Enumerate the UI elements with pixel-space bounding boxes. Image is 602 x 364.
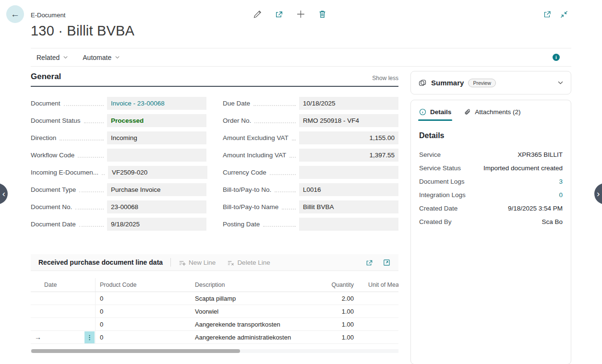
dotted-leader — [60, 140, 104, 141]
dotted-leader — [282, 209, 296, 210]
dotted-leader — [253, 105, 296, 106]
field-label: Incoming E-Documen... — [31, 169, 98, 176]
details-card: Details Attachments (2) Details Service … — [410, 100, 571, 364]
share-icon[interactable] — [365, 258, 373, 267]
share-icon[interactable] — [275, 10, 284, 19]
table-row-selected[interactable]: → ⋮ 0 Aangerekende administratiekosten 1… — [31, 331, 398, 344]
field-label: Currency Code — [223, 169, 266, 176]
breadcrumb: E-Document — [31, 12, 65, 19]
tab-attachments[interactable]: Attachments (2) — [464, 108, 520, 117]
column-header-quantity[interactable]: Quantity — [307, 282, 355, 288]
field-label: Document — [31, 100, 60, 107]
expand-part-icon[interactable] — [383, 258, 391, 267]
horizontal-scrollbar[interactable] — [31, 349, 398, 353]
cell-quantity[interactable]: 1.00 — [307, 321, 355, 328]
cell-product-code[interactable]: 0 — [96, 295, 194, 302]
field-value-document-type[interactable]: Purchase Invoice — [107, 183, 206, 196]
collapse-right-pane-button[interactable]: › — [594, 183, 602, 204]
cell-date[interactable] — [31, 292, 96, 305]
active-row-arrow-icon: → — [35, 333, 41, 341]
new-line-button[interactable]: New Line — [179, 259, 216, 266]
field-label: Amount Including VAT — [223, 152, 286, 159]
field-label: Posting Date — [223, 221, 260, 228]
table-row[interactable]: 0 Voorwiel 1.00 — [31, 305, 398, 318]
show-less-link[interactable]: Show less — [372, 75, 398, 82]
field-value-document-no[interactable]: 23-00068 — [107, 200, 206, 213]
field-value-document-status[interactable]: Processed — [107, 114, 206, 127]
field-value-posting-date[interactable] — [299, 218, 398, 231]
cell-product-code[interactable]: 0 — [96, 321, 194, 328]
new-line-icon — [179, 259, 186, 266]
integration-logs-link[interactable]: 0 — [559, 191, 563, 199]
dotted-leader — [84, 122, 104, 123]
dotted-leader — [275, 191, 296, 192]
open-in-new-window-icon[interactable] — [543, 10, 552, 19]
general-section-heading[interactable]: General — [31, 72, 61, 82]
chevron-down-icon — [115, 55, 120, 60]
divider — [170, 258, 171, 267]
document-logs-link[interactable]: 3 — [559, 178, 563, 185]
cell-description[interactable]: Voorwiel — [194, 308, 307, 315]
table-row[interactable]: 0 Scapta pillamp 2.00 — [31, 292, 398, 305]
cell-quantity[interactable]: 1.00 — [307, 308, 355, 315]
back-button[interactable]: ← — [6, 5, 24, 23]
field-label: Document Status — [31, 117, 81, 124]
chevron-down-icon[interactable] — [557, 80, 564, 86]
cell-date[interactable] — [31, 305, 96, 317]
delete-line-icon — [227, 259, 234, 266]
lines-part-title[interactable]: Received purchase document line data — [38, 258, 163, 266]
dotted-leader — [292, 140, 296, 141]
cell-product-code[interactable]: 0 — [96, 308, 194, 315]
info-circle-icon — [419, 108, 426, 116]
field-value-document-date[interactable]: 9/18/2025 — [107, 218, 206, 231]
summary-card[interactable]: Summary Preview — [410, 71, 571, 94]
info-icon[interactable]: i — [553, 54, 560, 61]
column-header-unit-of-measure[interactable]: Unit of Measu — [355, 282, 398, 288]
summary-title: Summary — [431, 79, 464, 87]
edit-pencil-icon[interactable] — [253, 10, 262, 19]
cell-quantity[interactable]: 1.00 — [307, 334, 355, 341]
chevron-right-icon: › — [597, 188, 600, 199]
field-value-order-no[interactable]: RMO 250918 - VF4 — [299, 114, 398, 127]
field-value-document[interactable]: Invoice - 23-00068 — [107, 97, 206, 110]
detail-row-created-date: Created Date 9/18/2025 3:54 PM — [419, 204, 563, 212]
field-value-workflow-code[interactable] — [107, 149, 206, 162]
cell-quantity[interactable]: 2.00 — [307, 295, 355, 302]
field-value-billto-name[interactable]: Billit BVBA — [299, 200, 398, 213]
lines-subpage: Received purchase document line data New… — [31, 254, 398, 353]
field-value-incoming-edocument[interactable]: VF2509-020 — [108, 166, 207, 179]
general-right-column: Due Date10/18/2025 Order No.RMO 250918 -… — [223, 97, 398, 231]
column-header-date[interactable]: Date — [31, 278, 96, 292]
delete-line-button[interactable]: Delete Line — [227, 259, 270, 266]
chevron-left-icon: ‹ — [2, 188, 5, 199]
field-value-amount-incl-vat[interactable]: 1,397.55 — [299, 149, 398, 162]
general-left-column: DocumentInvoice - 23-00068 Document Stat… — [31, 97, 206, 231]
expand-left-pane-button[interactable]: ‹ — [0, 183, 8, 204]
menu-related[interactable]: Related — [36, 54, 68, 61]
cell-product-code[interactable]: 0 — [96, 334, 194, 341]
cell-description[interactable]: Scapta pillamp — [194, 295, 307, 302]
detail-row-integration-logs: Integration Logs 0 — [419, 190, 563, 199]
delete-trash-icon[interactable] — [318, 10, 327, 19]
cell-date[interactable]: → ⋮ — [31, 331, 96, 343]
field-value-amount-excl-vat[interactable]: 1,155.00 — [299, 131, 398, 144]
field-value-currency-code[interactable] — [299, 166, 398, 179]
column-header-product-code[interactable]: Product Code — [96, 282, 194, 288]
add-plus-icon[interactable] — [296, 10, 305, 19]
column-header-description[interactable]: Description — [194, 282, 307, 288]
dotted-leader — [270, 174, 296, 175]
cell-date[interactable] — [31, 318, 96, 330]
field-value-direction[interactable]: Incoming — [107, 131, 206, 144]
row-options-dots-icon[interactable]: ⋮ — [84, 331, 95, 343]
cell-description[interactable]: Aangerekende administratiekosten — [194, 334, 307, 341]
field-value-billto-no[interactable]: L0016 — [299, 183, 398, 196]
cell-description[interactable]: Aangerekende transportkosten — [194, 321, 307, 328]
menu-automate[interactable]: Automate — [83, 54, 120, 61]
field-value-due-date[interactable]: 10/18/2025 — [299, 97, 398, 110]
tab-details[interactable]: Details — [419, 108, 451, 117]
scrollbar-thumb[interactable] — [31, 349, 240, 353]
field-label: Bill-to/Pay-to Name — [223, 203, 278, 211]
collapse-window-icon[interactable] — [560, 10, 568, 19]
table-row[interactable]: 0 Aangerekende transportkosten 1.00 — [31, 318, 398, 331]
field-label: Document No. — [31, 203, 72, 211]
